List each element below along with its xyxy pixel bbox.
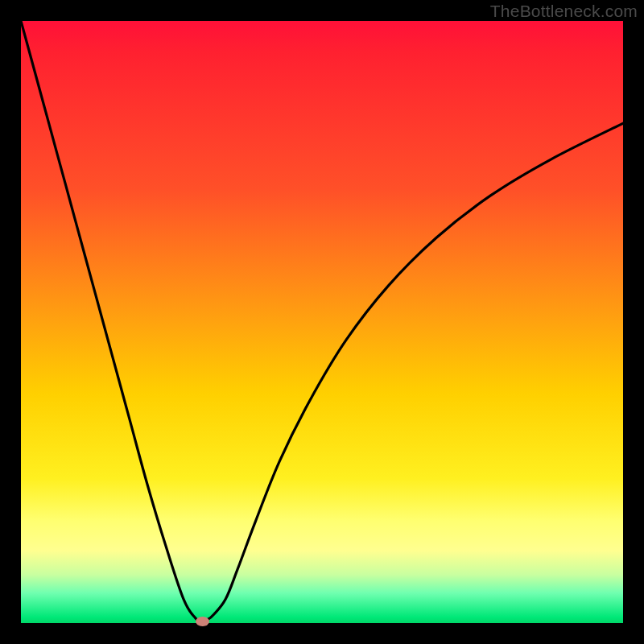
plot-gradient-area xyxy=(21,21,623,623)
watermark-text: TheBottleneck.com xyxy=(490,2,638,21)
chart-frame: TheBottleneck.com xyxy=(0,0,644,644)
optimum-marker xyxy=(196,617,209,626)
